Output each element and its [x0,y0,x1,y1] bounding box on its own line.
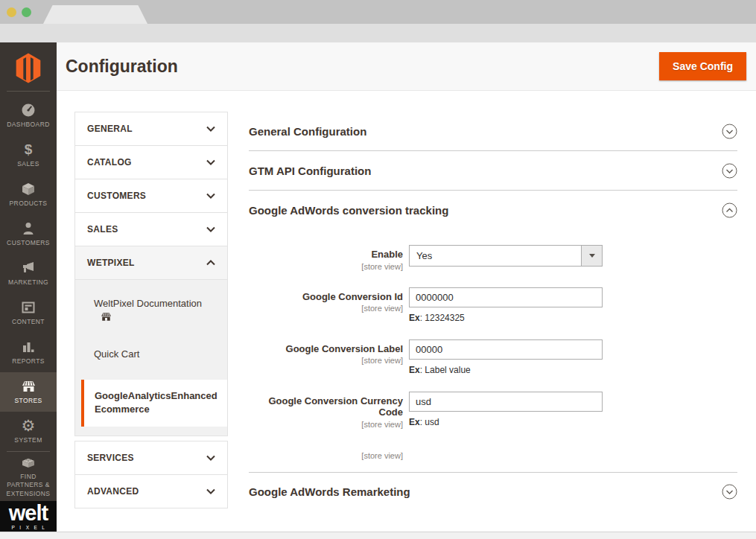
conversion-currency-input[interactable] [409,392,603,412]
sales-dollar-icon: $ [25,142,33,157]
browser-titlebar [0,0,756,24]
minimize-window-button[interactable] [7,7,16,17]
adwords-fields: Enable [store view] Yes Google Con [249,230,737,460]
sidebar-item-customers[interactable]: CUSTOMERS [0,214,57,254]
chevron-up-icon [206,260,215,266]
browser-toolbar [0,24,756,42]
submenu-item-quick-cart[interactable]: Quick Cart [75,347,227,362]
wetpixel-submenu: WeltPixel Documentation Quick Cart Googl… [74,280,228,436]
system-gear-icon: ⚙ [22,418,36,433]
config-nav: GENERAL CATALOG CUSTOMERS SALES WETPIXEL [74,112,228,508]
collapse-chevron-down-icon[interactable] [722,484,737,500]
collapse-chevron-down-icon[interactable] [722,124,737,139]
config-main: General Configuration GTM API Configurat… [249,112,737,511]
zoom-window-button[interactable] [22,7,31,17]
config-nav-general[interactable]: GENERAL [74,112,228,146]
storefront-icon [100,311,112,322]
submenu-item-google-analytics[interactable]: GoogleAnalyticsEnhanced Ecommerce [81,380,227,427]
field-note: Ex: usd [409,417,603,427]
config-nav-sales[interactable]: SALES [74,212,228,246]
weltpixel-logo: welt PIXEL [0,501,57,532]
section-adwords-conversion-tracking[interactable]: Google AdWords conversion tracking [249,191,737,230]
browser-tab[interactable] [43,5,147,24]
sidebar-item-content[interactable]: CONTENT [0,293,57,333]
enable-select[interactable]: Yes [409,245,603,267]
products-box-icon [21,182,36,197]
chevron-down-icon [206,488,215,494]
chevron-down-icon [206,126,215,132]
field-note: Ex: Label value [409,365,603,375]
window-bottom-edge [0,532,756,539]
config-nav-customers[interactable]: CUSTOMERS [74,179,228,213]
field-scope-only: [store view] [249,450,737,460]
chevron-down-icon [206,159,215,165]
page-header: Configuration Save Config [57,42,756,91]
config-nav-catalog[interactable]: CATALOG [74,145,228,179]
admin-content: Configuration Save Config GENERAL CATALO… [57,42,756,532]
section-general-configuration[interactable]: General Configuration [249,112,737,151]
marketing-megaphone-icon [21,261,36,275]
sidebar-item-products[interactable]: PRODUCTS [0,175,57,214]
dashboard-gauge-icon [21,103,36,118]
config-nav-services[interactable]: SERVICES [74,441,228,475]
sidebar-item-stores[interactable]: STORES [0,372,57,412]
field-note: Ex: 12324325 [409,313,603,323]
field-enable: Enable [store view] Yes [249,245,737,271]
section-gtm-api-configuration[interactable]: GTM API Configuration [249,151,737,191]
collapse-chevron-up-icon[interactable] [722,202,737,218]
sidebar-item-find-partners[interactable]: FIND PARTNERS & EXTENSIONS [0,452,57,501]
magento-sidebar: DASHBOARD $ SALES PRODUCTS CUSTOMERS [0,42,57,532]
page-title: Configuration [66,57,178,77]
save-config-button[interactable]: Save Config [659,52,746,80]
chevron-down-icon [206,455,215,461]
collapse-chevron-down-icon[interactable] [722,163,737,179]
chevron-down-icon [206,226,215,232]
dropdown-arrow-icon[interactable] [581,246,602,266]
conversion-id-input[interactable] [409,287,603,307]
field-conversion-currency: Google Conversion Currency Code [store v… [249,392,737,429]
sidebar-item-system[interactable]: ⚙ SYSTEM [0,412,57,451]
customers-person-icon [21,221,36,236]
reports-chart-icon [21,339,36,354]
field-conversion-id: Google Conversion Id [store view] Ex: 12… [249,287,737,323]
content-layout-icon [21,300,36,315]
stores-storefront-icon [21,379,36,394]
submenu-item-documentation[interactable]: WeltPixel Documentation [75,296,227,326]
magento-logo-icon[interactable] [11,52,45,84]
config-nav-wetpixel[interactable]: WETPIXEL [74,246,228,280]
sidebar-item-sales[interactable]: $ SALES [0,135,57,175]
chevron-down-icon [206,193,215,199]
extensions-brick-icon [20,455,36,470]
sidebar-item-marketing[interactable]: MARKETING [0,254,57,293]
conversion-label-input[interactable] [409,339,603,360]
sidebar-item-reports[interactable]: REPORTS [0,333,57,372]
config-nav-advanced[interactable]: ADVANCED [74,474,228,508]
section-adwords-remarketing[interactable]: Google AdWords Remarketing [249,472,737,511]
field-conversion-label: Google Conversion Label [store view] Ex:… [249,339,737,375]
admin-window: DASHBOARD $ SALES PRODUCTS CUSTOMERS [0,42,756,532]
sidebar-item-dashboard[interactable]: DASHBOARD [0,96,57,135]
sidebar-divider [7,91,50,92]
